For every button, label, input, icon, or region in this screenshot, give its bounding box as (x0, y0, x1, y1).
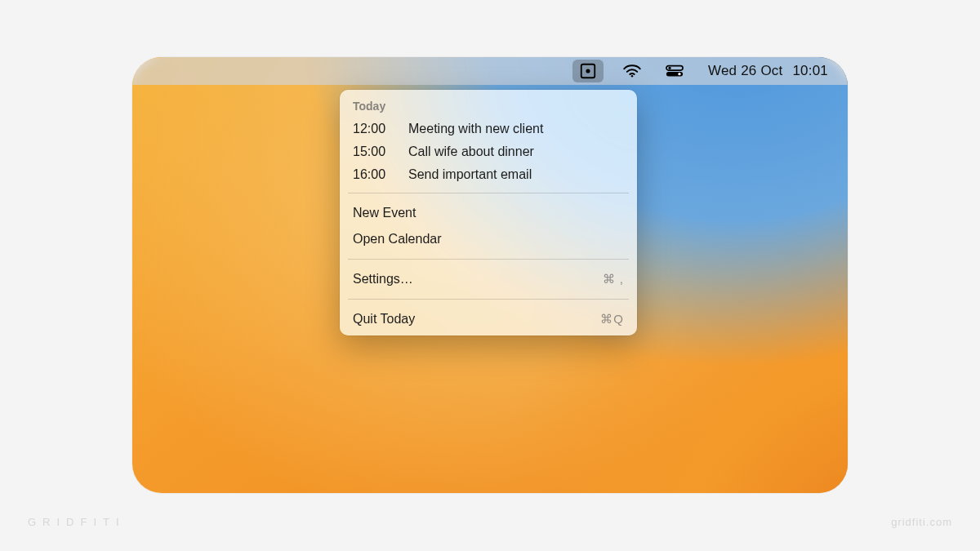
svg-point-6 (678, 73, 680, 75)
menubar-date: Wed 26 Oct (708, 63, 782, 79)
control-center-icon (666, 64, 684, 78)
menu-divider (348, 193, 629, 193)
menu-item-label: Settings… (353, 270, 603, 288)
event-time: 12:00 (353, 120, 390, 138)
event-time: 16:00 (353, 166, 390, 184)
wifi-icon (623, 64, 641, 78)
event-time: 15:00 (353, 143, 390, 161)
menu-divider (348, 299, 629, 300)
macos-menubar: Wed 26 Oct 10:01 (132, 57, 848, 85)
menu-divider (348, 259, 629, 260)
menu-item-quit[interactable]: Quit Today ⌘Q (340, 306, 637, 332)
calendar-today-icon (579, 62, 597, 80)
menu-item-label: Quit Today (353, 310, 600, 328)
menubar-today-app-icon[interactable] (572, 60, 604, 82)
keyboard-shortcut: ⌘ , (603, 270, 624, 288)
event-row[interactable]: 12:00 Meeting with new client (340, 118, 637, 140)
menubar-clock[interactable]: Wed 26 Oct 10:01 (703, 60, 833, 82)
event-title: Send important email (408, 166, 624, 184)
watermark-brand: GRIDFITI (28, 516, 126, 528)
menu-item-new-event[interactable]: New Event (340, 200, 637, 226)
menu-item-label: New Event (353, 204, 624, 222)
svg-point-4 (668, 67, 670, 69)
today-dropdown-menu: Today 12:00 Meeting with new client 15:0… (340, 90, 637, 335)
svg-point-2 (631, 75, 633, 77)
svg-point-1 (586, 69, 590, 73)
menu-item-label: Open Calendar (353, 230, 624, 248)
menubar-control-center-icon[interactable] (661, 60, 688, 82)
watermark-url: gridfiti.com (891, 516, 952, 528)
menu-item-open-calendar[interactable]: Open Calendar (340, 226, 637, 252)
event-title: Meeting with new client (408, 120, 624, 138)
event-title: Call wife about dinner (408, 143, 624, 161)
desktop-screenshot: Wed 26 Oct 10:01 Today 12:00 Meeting wit… (132, 57, 848, 493)
keyboard-shortcut: ⌘Q (600, 310, 624, 328)
dropdown-section-title: Today (340, 96, 637, 118)
event-row[interactable]: 16:00 Send important email (340, 163, 637, 186)
menubar-wifi-icon[interactable] (618, 60, 646, 82)
event-row[interactable]: 15:00 Call wife about dinner (340, 140, 637, 163)
menubar-time: 10:01 (792, 63, 828, 79)
menu-item-settings[interactable]: Settings… ⌘ , (340, 266, 637, 292)
